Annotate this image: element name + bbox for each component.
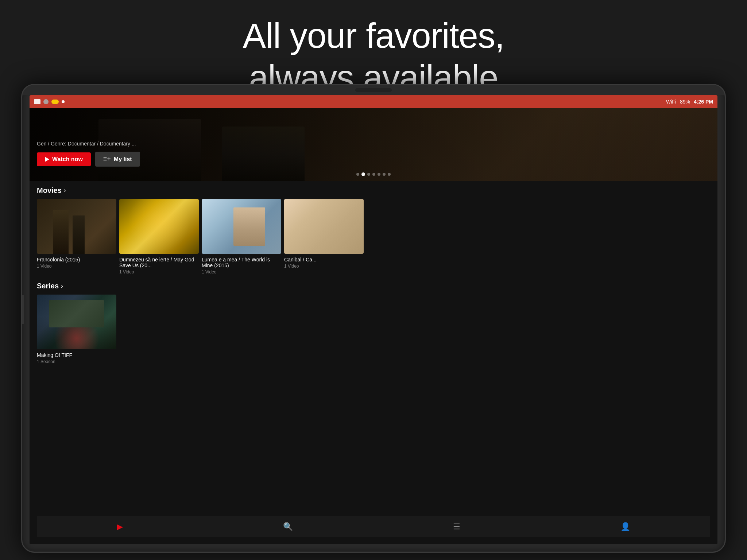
status-dot	[62, 100, 65, 103]
search-icon: 🔍	[283, 522, 293, 532]
status-icon-1	[34, 99, 40, 104]
movie-thumb-1	[37, 199, 116, 254]
watch-now-button[interactable]: Watch now	[37, 152, 91, 166]
play-icon	[45, 157, 49, 162]
nav-search[interactable]: 🔍	[283, 522, 293, 532]
wifi-indicator: WiFi	[666, 99, 676, 105]
bottom-nav: ▶ 🔍 ☰ 👤	[37, 516, 710, 537]
movie-card-4[interactable]: Canibal / Ca... 1 Video	[284, 199, 364, 275]
movies-section-arrow: ›	[64, 187, 66, 194]
watch-now-label: Watch now	[52, 156, 83, 163]
dot-2[interactable]	[361, 172, 365, 176]
tablet-camera	[355, 88, 392, 92]
movie-meta-4: 1 Video	[284, 264, 364, 269]
menu-icon: ☰	[453, 522, 460, 532]
dot-1[interactable]	[356, 173, 359, 176]
status-icon-2	[43, 99, 49, 104]
movie-title-4: Canibal / Ca...	[284, 257, 364, 262]
series-section-header[interactable]: Series ›	[37, 282, 710, 290]
dot-4[interactable]	[372, 173, 375, 176]
series-thumb-1	[37, 295, 116, 349]
tablet-side-button	[21, 295, 24, 324]
status-bar: WiFi 89% 4:26 PM	[30, 95, 717, 108]
nav-menu[interactable]: ☰	[453, 522, 460, 532]
hero-content: Gen / Genre: Documentar / Documentary ..…	[37, 141, 710, 167]
dot-5[interactable]	[378, 173, 380, 176]
status-bar-left	[34, 99, 65, 104]
movie-card-2[interactable]: Dumnezeu să ne ierte / May God Save Us (…	[119, 199, 199, 275]
nav-home[interactable]: ▶	[117, 522, 123, 532]
series-grid: Making Of TIFF 1 Season	[37, 295, 710, 364]
series-meta-1: 1 Season	[37, 359, 116, 364]
my-list-label: My list	[114, 156, 132, 163]
movie-meta-2: 1 Video	[119, 269, 199, 275]
user-icon: 👤	[620, 522, 630, 532]
movie-thumb-4	[284, 199, 364, 254]
movie-thumb-3	[202, 199, 281, 254]
dot-7[interactable]	[388, 173, 391, 176]
movie-card-1[interactable]: Francofonia (2015) 1 Video	[37, 199, 116, 275]
home-icon: ▶	[117, 522, 123, 532]
status-bar-right: WiFi 89% 4:26 PM	[666, 99, 713, 105]
carousel-dots	[356, 172, 391, 176]
nav-user[interactable]: 👤	[620, 522, 630, 532]
movie-thumb-2	[119, 199, 199, 254]
dot-6[interactable]	[383, 173, 386, 176]
clock: 4:26 PM	[694, 99, 713, 105]
status-key-icon	[51, 100, 59, 104]
dot-3[interactable]	[367, 173, 370, 176]
series-title-1: Making Of TIFF	[37, 352, 116, 358]
battery-percent: 89%	[680, 99, 690, 105]
plus-icon: ≡+	[103, 155, 111, 163]
movie-title-2: Dumnezeu să ne ierte / May God Save Us (…	[119, 257, 199, 268]
movie-card-3[interactable]: Lumea e a mea / The World is Mine (2015)…	[202, 199, 281, 275]
screen: WiFi 89% 4:26 PM Gen / Genre: Documentar…	[30, 95, 717, 544]
series-section: Series › Making Of TIFF 1 Season	[30, 277, 717, 366]
hero-banner: Gen / Genre: Documentar / Documentary ..…	[30, 108, 717, 181]
movie-title-3: Lumea e a mea / The World is Mine (2015)	[202, 257, 281, 268]
content-area: Movies › Francofonia (2015) 1 Video Dumn…	[30, 181, 717, 523]
movie-meta-1: 1 Video	[37, 264, 116, 269]
movies-grid: Francofonia (2015) 1 Video Dumnezeu să n…	[37, 199, 710, 275]
movies-section: Movies › Francofonia (2015) 1 Video Dumn…	[30, 181, 717, 277]
movies-section-header[interactable]: Movies ›	[37, 186, 710, 195]
series-section-arrow: ›	[61, 282, 63, 290]
hero-buttons: Watch now ≡+ My list	[37, 152, 710, 167]
hero-genre: Gen / Genre: Documentar / Documentary ..…	[37, 141, 710, 147]
tablet-frame: WiFi 89% 4:26 PM Gen / Genre: Documentar…	[21, 84, 726, 553]
movies-section-title: Movies	[37, 186, 62, 195]
tablet-top-bar	[22, 85, 725, 95]
my-list-button[interactable]: ≡+ My list	[95, 152, 140, 167]
series-card-1[interactable]: Making Of TIFF 1 Season	[37, 295, 116, 364]
series-section-title: Series	[37, 282, 59, 290]
movie-title-1: Francofonia (2015)	[37, 257, 116, 262]
movie-meta-3: 1 Video	[202, 269, 281, 275]
